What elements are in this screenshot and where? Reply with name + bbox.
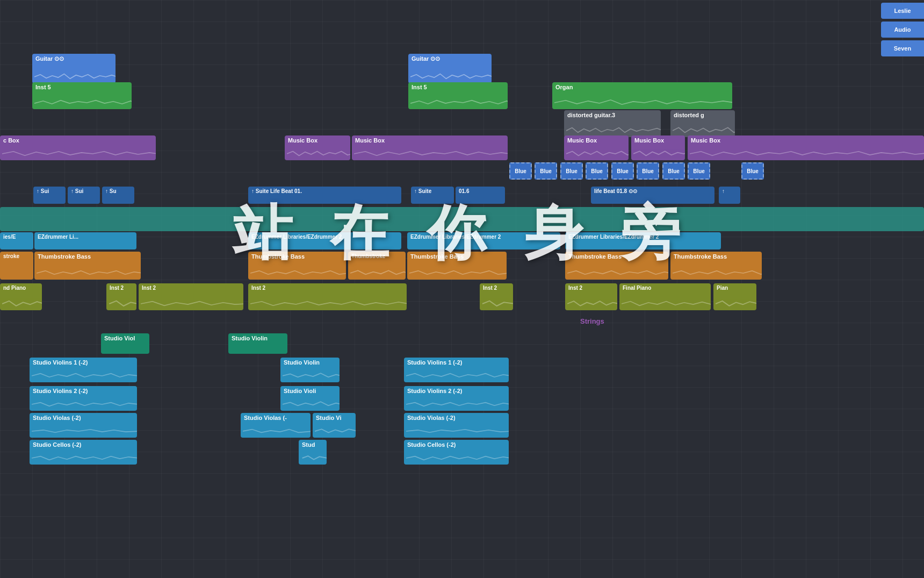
ezdrummer-clip-2[interactable]: EZdrummer Libraries/EZdrummer 2	[248, 232, 401, 249]
thumbstroke-clip-4[interactable]: Thumbstroke Bass	[407, 252, 507, 280]
ezdrummer-clip-0[interactable]: ies/E	[0, 232, 33, 249]
suite-clip-4[interactable]: ↑ Suite	[411, 187, 454, 204]
thumbstroke-clip-1[interactable]: Thumbstroke Bass	[34, 252, 141, 280]
blue-pill-8[interactable]: Blue	[688, 162, 710, 180]
inst5-clip-2[interactable]: Inst 5	[408, 82, 508, 109]
strings-label: Strings	[580, 317, 604, 325]
guitar-clip-2[interactable]: Guitar ⊙⊙	[408, 54, 492, 83]
studio-cellos-clip-1[interactable]: Studio Cellos (-2)	[30, 440, 137, 465]
final-piano-clip[interactable]: Final Piano	[619, 283, 711, 310]
ezdrummer-clip-4[interactable]: EZdrummer Libraries/EZdrummer 2	[565, 232, 721, 249]
pian-clip[interactable]: Pian	[713, 283, 756, 310]
thumbstroke-clip-2[interactable]: Thumbstroke Bass	[248, 252, 346, 280]
blue-pill-2[interactable]: Blue	[535, 162, 557, 180]
studio-violas-clip-2[interactable]: Studio Violas (-	[241, 413, 311, 438]
blue-pill-9[interactable]: Blue	[741, 162, 764, 180]
inst2-clip-5[interactable]: Inst 2	[565, 283, 617, 310]
studio-violin-clip-1[interactable]: Studio Violin	[280, 358, 340, 382]
sidebar-seven-label: Seven	[894, 45, 911, 52]
ezdrummer-clip-3[interactable]: EZdrummer Libraries/EZdrummer 2	[407, 232, 560, 249]
musicbox-clip-3[interactable]: Music Box	[564, 135, 629, 160]
musicbox-clip-4[interactable]: Music Box	[631, 135, 685, 160]
musicbox-clip-1[interactable]: Music Box	[285, 135, 350, 160]
ndpiano-clip[interactable]: nd Piano	[0, 283, 42, 310]
musicbox-clip-5[interactable]: Music Box	[688, 135, 924, 160]
suite-life-beat-clip[interactable]: ↑ Suite Life Beat 01.	[248, 187, 401, 204]
studio-cellos-clip-2[interactable]: Studio Cellos (-2)	[404, 440, 509, 465]
sidebar-seven[interactable]: Seven	[881, 40, 924, 56]
thumbstroke-clip-6[interactable]: Thumbstroke Bass	[670, 252, 762, 280]
thumbstroke-clip-3[interactable]: Thumbstroke	[348, 252, 406, 280]
stud-clip[interactable]: Stud	[299, 440, 327, 465]
blue-pill-7[interactable]: Blue	[662, 162, 685, 180]
studio-violas-clip-1[interactable]: Studio Violas (-2)	[30, 413, 137, 438]
inst2-clip-2[interactable]: Inst 2	[139, 283, 243, 310]
ezdrummer-clip-1[interactable]: EZdrummer Li...	[34, 232, 136, 249]
inst2-clip-3[interactable]: Inst 2	[248, 283, 407, 310]
blue-pill-6[interactable]: Blue	[637, 162, 659, 180]
musicbox-clip-2[interactable]: Music Box	[352, 135, 508, 160]
studio-viol-header-1[interactable]: Studio Viol	[101, 333, 149, 354]
life-beat-018-clip[interactable]: life Beat 01.8 ⊙⊙	[591, 187, 714, 204]
studio-violins1-clip-2[interactable]: Studio Violins 1 (-2)	[404, 358, 509, 382]
thumbstroke-clip-5[interactable]: Thumbstroke Bass	[565, 252, 668, 280]
distorted-guitar-clip-2[interactable]: distorted g	[670, 110, 735, 137]
studio-violins2-clip-1[interactable]: Studio Violins 2 (-2)	[30, 386, 137, 411]
suite-clip-3[interactable]: ↑ Su	[102, 187, 134, 204]
suite-clip-1[interactable]: ↑ Sui	[33, 187, 66, 204]
sidebar-leslie[interactable]: Leslie	[881, 3, 924, 19]
organ-clip[interactable]: Organ	[552, 82, 732, 109]
inst2-clip-4[interactable]: Inst 2	[480, 283, 513, 310]
studio-violi-clip[interactable]: Studio Violi	[280, 386, 340, 411]
blue-pill-5[interactable]: Blue	[611, 162, 634, 180]
studio-violins2-clip-2[interactable]: Studio Violins 2 (-2)	[404, 386, 509, 411]
teal-row	[0, 207, 924, 231]
studio-violins1-clip-1[interactable]: Studio Violins 1 (-2)	[30, 358, 137, 382]
suite-clip-5[interactable]: ↑	[719, 187, 740, 204]
guitar-clip-1[interactable]: Guitar ⊙⊙	[32, 54, 116, 83]
inst5-clip-1[interactable]: Inst 5	[32, 82, 132, 109]
distorted-guitar-clip-1[interactable]: distorted guitar.3	[564, 110, 661, 137]
studio-violin-header-2[interactable]: Studio Violin	[228, 333, 287, 354]
inst2-clip-1[interactable]: Inst 2	[106, 283, 136, 310]
studio-violas-clip-3[interactable]: Studio Violas (-2)	[404, 413, 509, 438]
suite-016-clip[interactable]: 01.6	[456, 187, 505, 204]
studio-vi-clip[interactable]: Studio Vi	[313, 413, 356, 438]
sidebar-leslie-label: Leslie	[894, 8, 911, 14]
thumbstroke-clip-0[interactable]: stroke	[0, 252, 33, 280]
blue-pill-4[interactable]: Blue	[586, 162, 608, 180]
track-area: Leslie Audio Seven Guitar ⊙⊙ Guitar ⊙⊙ I…	[0, 0, 924, 578]
musicbox-clip-0[interactable]: c Box	[0, 135, 156, 160]
blue-pill-1[interactable]: Blue	[509, 162, 532, 180]
sidebar-audio-label: Audio	[894, 26, 911, 33]
sidebar-audio[interactable]: Audio	[881, 22, 924, 38]
blue-pill-3[interactable]: Blue	[560, 162, 583, 180]
suite-clip-2[interactable]: ↑ Sui	[68, 187, 100, 204]
